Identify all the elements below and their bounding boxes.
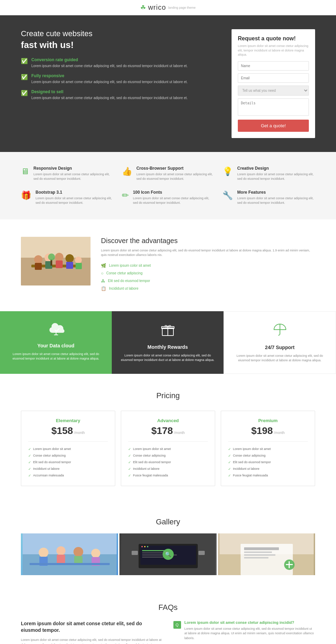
gallery-search-button[interactable]: 🔍: [163, 549, 174, 560]
plan-2-period: /month: [174, 431, 185, 435]
faq-q-1: Lorem ipsum dolor sit amet conse ctetur …: [185, 620, 315, 625]
feature-3-title: Designed to sell: [31, 89, 188, 94]
logo-tagline: landing page theme: [168, 6, 196, 9]
plan-3-feat-5: Fusce feugiat malesuada: [228, 472, 308, 479]
svg-rect-47: [244, 554, 275, 556]
feature-1-text: Lorem ipsum dolor sit amet come ctetur a…: [31, 63, 188, 69]
email-input[interactable]: [238, 73, 309, 83]
faqs-inner: Lorem ipsum dolor sit amet conse ctetur …: [21, 620, 315, 644]
quote-button[interactable]: Get a quote!: [238, 120, 309, 132]
svg-rect-10: [66, 262, 73, 269]
adv-text-1: Lorem ipsum color sit amet: [109, 264, 151, 267]
feat-text-2: Lorem ipsum dolor sit amet conse ctetur …: [136, 172, 214, 182]
features-section: 🖥 Responsive Design Lorem ipsum dolor si…: [0, 152, 336, 219]
logo-icon: ☘: [140, 4, 146, 11]
feat-title-3: Creative Design: [237, 166, 315, 171]
svg-rect-51: [289, 561, 290, 568]
feat-text-1: Lorem ipsum dolor sit amet conse ctetur …: [33, 172, 114, 182]
plan-3-price: $198: [251, 425, 273, 436]
plan-3-name: Premium: [228, 418, 308, 423]
svg-point-23: [56, 546, 65, 555]
plan-2-price: $178: [151, 425, 173, 436]
quote-form: Request a quote now! Lorem ipsum dolor s…: [232, 29, 315, 138]
faqs-left-title: Lorem ipsum dolor sit amet conse ctetur …: [21, 620, 163, 634]
feature-item-responsive: 🖥 Responsive Design Lorem ipsum dolor si…: [21, 166, 114, 182]
feature-1-title: Conversion rate guided: [31, 57, 188, 62]
details-input[interactable]: [238, 98, 309, 116]
cards-section: Your Data cloud Lorem ipsum dolor sit am…: [0, 311, 336, 374]
hero-title: fast with us!: [21, 40, 221, 50]
feat-title-4: Bootstrap 3.1: [36, 190, 114, 195]
plan-1-feat-4: Incididunt ut labore: [28, 466, 108, 472]
advantages-title: Discover the advantages: [101, 237, 315, 245]
gift-icon: 🎁: [21, 191, 31, 200]
advantages-content: Discover the advantages Lorem ipsum dolo…: [101, 237, 315, 294]
name-input[interactable]: [238, 61, 309, 71]
plan-2-name: Advanced: [128, 418, 208, 423]
gallery-bg-2: 🔍: [119, 533, 217, 575]
plan-premium: Premium $198 /month Lorem ipsum dolor si…: [221, 411, 315, 486]
gallery-overlay-2: 🔍: [119, 533, 217, 575]
pricing-title: Pricing: [21, 391, 315, 400]
feature-item-browser: 👍 Cross-Browser Support Lorem ipsum dolo…: [122, 166, 214, 182]
svg-rect-24: [57, 555, 65, 564]
plan-3-feat-2: Conse ctetur adipiscing: [228, 452, 308, 459]
svg-rect-8: [56, 260, 63, 268]
adv-icon-3: 🖧: [101, 279, 105, 283]
plan-1-feat-2: Conse ctetur adipiscing: [28, 452, 108, 459]
plan-1-feat-1: Lorem ipsum dolor sit amet: [28, 446, 108, 452]
advantages-section: Discover the advantages Lorem ipsum dolo…: [0, 219, 336, 311]
plan-1-price: $158: [51, 425, 73, 436]
check-icon-2: ✅: [21, 74, 28, 80]
feat-title-2: Cross-Browser Support: [136, 166, 214, 171]
thumbup-icon: 👍: [122, 167, 132, 176]
svg-point-9: [65, 254, 74, 263]
hero-content: Create cute websites fast with us! ✅ Con…: [21, 29, 221, 105]
feature-2-title: Fully responsive: [31, 73, 188, 78]
faqs-right: Q Lorem ipsum dolor sit amet conse ctetu…: [173, 620, 315, 644]
plan-3-feat-1: Lorem ipsum dolor sit amet: [228, 446, 308, 452]
plan-1-period: /month: [74, 431, 85, 435]
monitor-icon: 🖥: [21, 167, 29, 176]
adv-icon-2: ○: [101, 271, 103, 276]
card-support-title: 24/7 Support: [231, 345, 329, 350]
feature-item-more: 🔧 More Features Lorem ipsum dolor sit am…: [222, 190, 315, 206]
feat-text-6: Lorem ipsum dolor sit amet conse ctetur …: [237, 196, 315, 206]
plan-elementary: Elementary $158 /month Lorem ipsum dolor…: [21, 411, 115, 486]
wrench-icon: 🔧: [222, 191, 233, 200]
feature-2-text: Lorem ipsum dolor sit amet come ctetur a…: [31, 79, 188, 84]
card-rewards-title: Monthly Rewards: [119, 344, 217, 350]
plan-1-name: Elementary: [28, 418, 108, 423]
adv-text-2: Conse ctetur adipiscing: [106, 271, 142, 275]
svg-rect-29: [30, 563, 110, 565]
svg-point-3: [34, 255, 42, 264]
adv-text-3: Elit sed do eiusmod tempor: [108, 279, 150, 283]
faq-q-icon-1: Q: [173, 621, 181, 629]
svg-rect-45: [244, 547, 279, 550]
svg-point-7: [55, 253, 63, 261]
pricing-section: Pricing Elementary $158 /month Lorem ips…: [0, 374, 336, 504]
bulb-icon: 💡: [222, 167, 233, 176]
plan-2-features: Lorem ipsum dolor sit amet Conse ctetur …: [128, 446, 208, 479]
feature-conversion: ✅ Conversion rate guided Lorem ipsum dol…: [21, 57, 221, 69]
plan-2-feat-3: Elit sed do eiusmod tempor: [128, 459, 208, 466]
form-title: Request a quote now!: [238, 35, 309, 42]
adv-item-4: 📋 Incididunt ut labore: [101, 286, 315, 291]
advantages-list: 🌿 Lorem ipsum color sit amet ○ Conse cte…: [101, 263, 315, 291]
svg-rect-46: [244, 552, 272, 553]
umbrella-icon: [231, 322, 329, 340]
logo[interactable]: ☘ wrico landing page theme: [140, 3, 196, 11]
check-icon-3: ✅: [21, 90, 28, 96]
feature-item-bootstrap: 🎁 Bootstrap 3.1 Lorem ipsum dolor sit am…: [21, 190, 114, 206]
navbar: ☘ wrico landing page theme: [0, 0, 336, 15]
plan-2-feat-1: Lorem ipsum dolor sit amet: [128, 446, 208, 452]
plan-1-feat-3: Elit sed do eiusmod tempor: [28, 459, 108, 466]
service-select[interactable]: Tell us what you need: [238, 86, 309, 96]
svg-point-27: [91, 549, 100, 558]
hero-section: Create cute websites fast with us! ✅ Con…: [0, 15, 336, 152]
gallery-item-3: [218, 533, 315, 575]
svg-point-21: [39, 548, 48, 557]
svg-point-14: [48, 253, 55, 260]
faq-item-1: Q Lorem ipsum dolor sit amet conse ctetu…: [173, 620, 315, 641]
features-grid: 🖥 Responsive Design Lorem ipsum dolor si…: [21, 166, 315, 206]
